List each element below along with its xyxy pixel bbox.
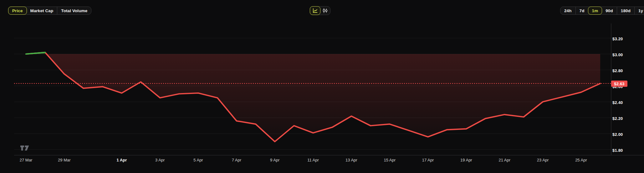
- chart-page: PriceMarket CapTotal Volume 24h7d1m90d18…: [0, 0, 644, 173]
- y-tick-label: $3.00: [612, 52, 623, 57]
- range-tab-group: 24h7d1m90d180d1yall: [560, 7, 644, 15]
- chart-type-toggle: [310, 6, 330, 15]
- x-tick-label: 15 Apr: [384, 158, 396, 162]
- x-tick-label: 13 Apr: [345, 158, 357, 162]
- x-tick-label: 23 Apr: [537, 158, 549, 162]
- current-price-badge: $2.63: [611, 81, 627, 87]
- x-tick-label: 27 Mar: [20, 158, 32, 162]
- range-1m[interactable]: 1m: [588, 7, 602, 15]
- y-tick-label: $2.40: [612, 100, 623, 105]
- range-7d[interactable]: 7d: [575, 7, 588, 14]
- x-tick-label: 11 Apr: [307, 158, 319, 162]
- tv-logo-v: [25, 146, 29, 151]
- loss-area-fill: [47, 54, 600, 142]
- tab-price[interactable]: Price: [8, 7, 27, 15]
- range-24h[interactable]: 24h: [560, 7, 575, 14]
- candlestick-button[interactable]: [320, 7, 330, 15]
- range-1y[interactable]: 1y: [634, 7, 644, 14]
- y-tick-label: $2.20: [612, 116, 623, 121]
- x-tick-label: 25 Apr: [575, 158, 587, 162]
- x-tick-label: 5 Apr: [193, 158, 203, 162]
- line-chart-button[interactable]: [310, 6, 320, 15]
- candlestick-icon: [322, 8, 328, 13]
- range-90d[interactable]: 90d: [602, 7, 617, 14]
- x-tick-label: 9 Apr: [270, 158, 279, 162]
- tradingview-logo[interactable]: [20, 145, 29, 151]
- tab-market-cap[interactable]: Market Cap: [27, 7, 57, 14]
- x-tick-label: 1 Apr: [116, 158, 127, 162]
- x-tick-label: 21 Apr: [498, 158, 510, 162]
- x-tick-label: 29 Mar: [58, 158, 70, 162]
- line-chart-icon: [312, 8, 318, 13]
- tab-total-volume[interactable]: Total Volume: [57, 7, 91, 14]
- y-tick-label: $1.80: [612, 148, 623, 153]
- y-tick-label: $2.80: [612, 68, 623, 73]
- x-tick-label: 19 Apr: [460, 158, 472, 162]
- x-tick-label: 17 Apr: [422, 158, 434, 162]
- range-180d[interactable]: 180d: [617, 7, 634, 14]
- x-tick-label: 3 Apr: [155, 158, 165, 162]
- x-tick-label: 7 Apr: [232, 158, 241, 162]
- metric-tab-group: PriceMarket CapTotal Volume: [8, 7, 91, 15]
- price-chart[interactable]: [0, 0, 644, 173]
- tv-logo-t: [20, 146, 24, 151]
- y-tick-label: $2.00: [612, 132, 623, 137]
- y-tick-label: $3.20: [612, 37, 623, 41]
